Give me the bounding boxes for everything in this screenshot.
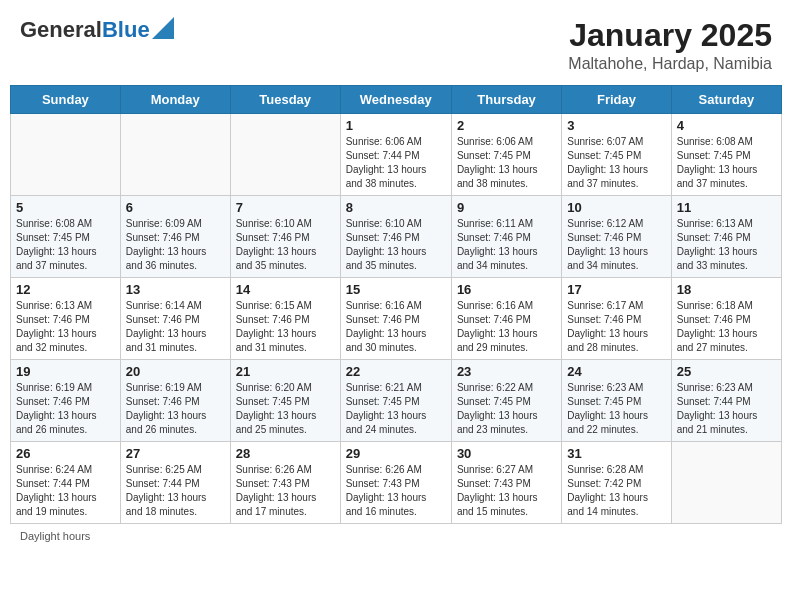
table-row: 7Sunrise: 6:10 AM Sunset: 7:46 PM Daylig… <box>230 196 340 278</box>
day-info: Sunrise: 6:14 AM Sunset: 7:46 PM Dayligh… <box>126 299 225 355</box>
day-number: 12 <box>16 282 115 297</box>
table-row: 5Sunrise: 6:08 AM Sunset: 7:45 PM Daylig… <box>11 196 121 278</box>
day-info: Sunrise: 6:08 AM Sunset: 7:45 PM Dayligh… <box>677 135 776 191</box>
table-row: 14Sunrise: 6:15 AM Sunset: 7:46 PM Dayli… <box>230 278 340 360</box>
day-number: 3 <box>567 118 665 133</box>
day-number: 10 <box>567 200 665 215</box>
table-row: 26Sunrise: 6:24 AM Sunset: 7:44 PM Dayli… <box>11 442 121 524</box>
table-row <box>230 114 340 196</box>
day-info: Sunrise: 6:16 AM Sunset: 7:46 PM Dayligh… <box>346 299 446 355</box>
day-number: 1 <box>346 118 446 133</box>
table-row: 27Sunrise: 6:25 AM Sunset: 7:44 PM Dayli… <box>120 442 230 524</box>
day-info: Sunrise: 6:19 AM Sunset: 7:46 PM Dayligh… <box>16 381 115 437</box>
table-row <box>671 442 781 524</box>
calendar-week-row: 26Sunrise: 6:24 AM Sunset: 7:44 PM Dayli… <box>11 442 782 524</box>
day-number: 7 <box>236 200 335 215</box>
day-info: Sunrise: 6:06 AM Sunset: 7:45 PM Dayligh… <box>457 135 556 191</box>
day-info: Sunrise: 6:10 AM Sunset: 7:46 PM Dayligh… <box>346 217 446 273</box>
day-info: Sunrise: 6:07 AM Sunset: 7:45 PM Dayligh… <box>567 135 665 191</box>
logo-triangle-icon <box>152 17 174 39</box>
footer-note: Daylight hours <box>10 524 782 544</box>
day-info: Sunrise: 6:23 AM Sunset: 7:44 PM Dayligh… <box>677 381 776 437</box>
day-number: 5 <box>16 200 115 215</box>
table-row: 29Sunrise: 6:26 AM Sunset: 7:43 PM Dayli… <box>340 442 451 524</box>
col-friday: Friday <box>562 86 671 114</box>
day-number: 18 <box>677 282 776 297</box>
table-row: 3Sunrise: 6:07 AM Sunset: 7:45 PM Daylig… <box>562 114 671 196</box>
location-subtitle: Maltahohe, Hardap, Namibia <box>568 55 772 73</box>
day-info: Sunrise: 6:26 AM Sunset: 7:43 PM Dayligh… <box>346 463 446 519</box>
table-row: 31Sunrise: 6:28 AM Sunset: 7:42 PM Dayli… <box>562 442 671 524</box>
day-info: Sunrise: 6:13 AM Sunset: 7:46 PM Dayligh… <box>16 299 115 355</box>
day-info: Sunrise: 6:23 AM Sunset: 7:45 PM Dayligh… <box>567 381 665 437</box>
day-info: Sunrise: 6:26 AM Sunset: 7:43 PM Dayligh… <box>236 463 335 519</box>
day-number: 27 <box>126 446 225 461</box>
day-info: Sunrise: 6:13 AM Sunset: 7:46 PM Dayligh… <box>677 217 776 273</box>
day-number: 30 <box>457 446 556 461</box>
table-row: 25Sunrise: 6:23 AM Sunset: 7:44 PM Dayli… <box>671 360 781 442</box>
day-info: Sunrise: 6:17 AM Sunset: 7:46 PM Dayligh… <box>567 299 665 355</box>
day-info: Sunrise: 6:12 AM Sunset: 7:46 PM Dayligh… <box>567 217 665 273</box>
table-row: 2Sunrise: 6:06 AM Sunset: 7:45 PM Daylig… <box>451 114 561 196</box>
logo-general: General <box>20 17 102 42</box>
day-number: 15 <box>346 282 446 297</box>
day-number: 22 <box>346 364 446 379</box>
table-row: 8Sunrise: 6:10 AM Sunset: 7:46 PM Daylig… <box>340 196 451 278</box>
table-row: 23Sunrise: 6:22 AM Sunset: 7:45 PM Dayli… <box>451 360 561 442</box>
table-row: 20Sunrise: 6:19 AM Sunset: 7:46 PM Dayli… <box>120 360 230 442</box>
day-number: 17 <box>567 282 665 297</box>
day-info: Sunrise: 6:15 AM Sunset: 7:46 PM Dayligh… <box>236 299 335 355</box>
table-row: 17Sunrise: 6:17 AM Sunset: 7:46 PM Dayli… <box>562 278 671 360</box>
table-row: 21Sunrise: 6:20 AM Sunset: 7:45 PM Dayli… <box>230 360 340 442</box>
day-number: 31 <box>567 446 665 461</box>
day-info: Sunrise: 6:25 AM Sunset: 7:44 PM Dayligh… <box>126 463 225 519</box>
day-number: 2 <box>457 118 556 133</box>
logo-blue: Blue <box>102 17 150 42</box>
logo-text: GeneralBlue <box>20 18 150 42</box>
day-number: 26 <box>16 446 115 461</box>
day-number: 13 <box>126 282 225 297</box>
calendar-table: Sunday Monday Tuesday Wednesday Thursday… <box>10 85 782 524</box>
day-info: Sunrise: 6:11 AM Sunset: 7:46 PM Dayligh… <box>457 217 556 273</box>
day-number: 20 <box>126 364 225 379</box>
table-row: 18Sunrise: 6:18 AM Sunset: 7:46 PM Dayli… <box>671 278 781 360</box>
table-row: 24Sunrise: 6:23 AM Sunset: 7:45 PM Dayli… <box>562 360 671 442</box>
day-number: 4 <box>677 118 776 133</box>
table-row: 28Sunrise: 6:26 AM Sunset: 7:43 PM Dayli… <box>230 442 340 524</box>
day-number: 23 <box>457 364 556 379</box>
day-info: Sunrise: 6:20 AM Sunset: 7:45 PM Dayligh… <box>236 381 335 437</box>
day-info: Sunrise: 6:09 AM Sunset: 7:46 PM Dayligh… <box>126 217 225 273</box>
table-row: 19Sunrise: 6:19 AM Sunset: 7:46 PM Dayli… <box>11 360 121 442</box>
calendar-week-row: 19Sunrise: 6:19 AM Sunset: 7:46 PM Dayli… <box>11 360 782 442</box>
logo: GeneralBlue <box>20 18 174 42</box>
day-number: 25 <box>677 364 776 379</box>
day-info: Sunrise: 6:27 AM Sunset: 7:43 PM Dayligh… <box>457 463 556 519</box>
day-number: 9 <box>457 200 556 215</box>
table-row: 13Sunrise: 6:14 AM Sunset: 7:46 PM Dayli… <box>120 278 230 360</box>
day-number: 16 <box>457 282 556 297</box>
title-area: January 2025 Maltahohe, Hardap, Namibia <box>568 18 772 73</box>
day-number: 21 <box>236 364 335 379</box>
day-info: Sunrise: 6:16 AM Sunset: 7:46 PM Dayligh… <box>457 299 556 355</box>
table-row: 12Sunrise: 6:13 AM Sunset: 7:46 PM Dayli… <box>11 278 121 360</box>
month-year-title: January 2025 <box>568 18 772 53</box>
table-row: 4Sunrise: 6:08 AM Sunset: 7:45 PM Daylig… <box>671 114 781 196</box>
day-number: 11 <box>677 200 776 215</box>
day-info: Sunrise: 6:10 AM Sunset: 7:46 PM Dayligh… <box>236 217 335 273</box>
day-info: Sunrise: 6:08 AM Sunset: 7:45 PM Dayligh… <box>16 217 115 273</box>
day-number: 14 <box>236 282 335 297</box>
col-sunday: Sunday <box>11 86 121 114</box>
col-monday: Monday <box>120 86 230 114</box>
day-info: Sunrise: 6:06 AM Sunset: 7:44 PM Dayligh… <box>346 135 446 191</box>
calendar-header-row: Sunday Monday Tuesday Wednesday Thursday… <box>11 86 782 114</box>
table-row: 11Sunrise: 6:13 AM Sunset: 7:46 PM Dayli… <box>671 196 781 278</box>
table-row: 6Sunrise: 6:09 AM Sunset: 7:46 PM Daylig… <box>120 196 230 278</box>
col-wednesday: Wednesday <box>340 86 451 114</box>
day-info: Sunrise: 6:24 AM Sunset: 7:44 PM Dayligh… <box>16 463 115 519</box>
day-number: 24 <box>567 364 665 379</box>
day-info: Sunrise: 6:28 AM Sunset: 7:42 PM Dayligh… <box>567 463 665 519</box>
table-row: 16Sunrise: 6:16 AM Sunset: 7:46 PM Dayli… <box>451 278 561 360</box>
col-saturday: Saturday <box>671 86 781 114</box>
page-header: GeneralBlue January 2025 Maltahohe, Hard… <box>10 10 782 85</box>
table-row <box>120 114 230 196</box>
